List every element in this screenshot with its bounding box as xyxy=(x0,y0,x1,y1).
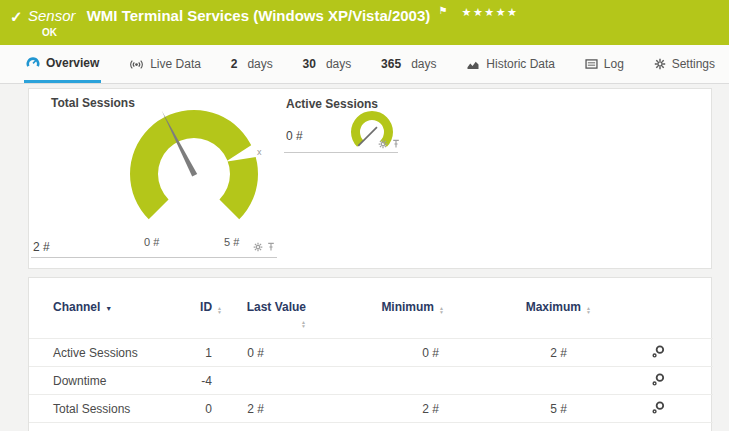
gauge-pin-icon[interactable] xyxy=(392,139,400,149)
tab-label: Live Data xyxy=(150,57,201,71)
sort-icon: ▲▼ xyxy=(439,306,444,314)
column-header-id[interactable]: ID▲▼ xyxy=(194,300,244,339)
tab-30-days[interactable]: 30days xyxy=(301,45,354,83)
gear-icon xyxy=(654,58,666,70)
gauge-marker-label: x xyxy=(257,147,262,157)
channel-maximum xyxy=(474,367,619,395)
sensor-title-line: Sensor WMI Terminal Services (Windows XP… xyxy=(28,7,518,24)
channel-last-value: 2 # xyxy=(244,395,334,423)
sort-desc-icon: ▼ xyxy=(105,305,112,312)
sensor-page: ✓ Sensor WMI Terminal Services (Windows … xyxy=(0,0,729,431)
sort-icon: ▲▼ xyxy=(217,306,222,314)
channel-name[interactable]: Active Sessions xyxy=(29,339,194,367)
table-row: Active Sessions 1 0 # 0 # 2 # xyxy=(29,339,713,367)
column-header-last-value[interactable]: Last Value▲▼ xyxy=(244,300,334,339)
gauge-pin-icon[interactable] xyxy=(267,242,275,252)
sort-icon: ▲▼ xyxy=(301,320,306,328)
gauge-needle xyxy=(358,127,377,146)
channel-table-panel: Channel▼ ID▲▼ Last Value▲▼ Minimum▲▼ Max… xyxy=(28,277,712,431)
gauge-settings-gear-icon[interactable] xyxy=(378,139,388,149)
ok-check-icon: ✓ xyxy=(10,8,23,26)
channel-id: 1 xyxy=(194,339,244,367)
channel-minimum: 0 # xyxy=(334,339,474,367)
gauges-panel: Total Sessions x 0 # 5 # 2 # Active Sess… xyxy=(28,88,712,269)
tab-log[interactable]: Log xyxy=(583,45,626,83)
gauge-settings-gear-icon[interactable] xyxy=(253,242,263,252)
channel-maximum: 5 # xyxy=(474,395,619,423)
tab-label: Overview xyxy=(46,56,99,70)
table-header-row: Channel▼ ID▲▼ Last Value▲▼ Minimum▲▼ Max… xyxy=(29,300,713,339)
tab-settings[interactable]: Settings xyxy=(652,45,717,83)
gauge-underline xyxy=(31,257,277,258)
table-row: Downtime -4 xyxy=(29,367,713,395)
page-title: WMI Terminal Services (Windows XP/Vista/… xyxy=(87,7,431,24)
tab-label: Settings xyxy=(672,57,715,71)
column-header-minimum[interactable]: Minimum▲▼ xyxy=(334,300,474,339)
tab-label: days xyxy=(247,57,272,71)
tab-historic-data[interactable]: Historic Data xyxy=(464,45,557,83)
channel-maximum: 2 # xyxy=(474,339,619,367)
column-header-maximum[interactable]: Maximum▲▼ xyxy=(474,300,619,339)
channel-settings-icon[interactable] xyxy=(651,372,666,390)
channel-settings-icon[interactable] xyxy=(651,400,666,418)
status-badge: OK xyxy=(42,27,57,38)
tab-2-days[interactable]: 2days xyxy=(229,45,275,83)
channel-name[interactable]: Downtime xyxy=(29,367,194,395)
gauge-icon xyxy=(26,56,40,69)
log-icon xyxy=(585,59,598,69)
area-chart-icon xyxy=(466,59,480,70)
table-row: Total Sessions 0 2 # 2 # 5 # xyxy=(29,395,713,423)
tab-number: 365 xyxy=(381,57,401,71)
channel-last-value xyxy=(244,367,334,395)
tab-label: Historic Data xyxy=(486,57,555,71)
channel-minimum: 2 # xyxy=(334,395,474,423)
gauge-underline xyxy=(284,152,398,153)
live-icon xyxy=(129,59,144,70)
tab-label: days xyxy=(326,57,351,71)
tab-number: 2 xyxy=(231,57,238,71)
column-header-actions xyxy=(619,300,713,339)
sensor-kind-label: Sensor xyxy=(28,7,76,24)
sort-icon: ▲▼ xyxy=(586,306,591,314)
priority-stars[interactable]: ★★★★★ xyxy=(462,6,519,18)
tab-overview[interactable]: Overview xyxy=(24,45,101,83)
active-sessions-value: 0 # xyxy=(286,129,303,143)
tab-number: 30 xyxy=(303,57,316,71)
total-sessions-gauge[interactable] xyxy=(119,99,269,249)
tab-365-days[interactable]: 365days xyxy=(379,45,438,83)
tab-bar: Overview Live Data 2days 30days 365days … xyxy=(0,45,729,84)
channel-table: Channel▼ ID▲▼ Last Value▲▼ Minimum▲▼ Max… xyxy=(29,300,713,423)
channel-minimum xyxy=(334,367,474,395)
tab-label: days xyxy=(411,57,436,71)
priority-flag-icon[interactable]: ⚑ xyxy=(438,5,447,16)
channel-id: -4 xyxy=(194,367,244,395)
channel-last-value: 0 # xyxy=(244,339,334,367)
channel-settings-icon[interactable] xyxy=(651,344,666,362)
channel-name[interactable]: Total Sessions xyxy=(29,395,194,423)
gauge-min-label: 0 # xyxy=(144,236,159,248)
column-header-channel[interactable]: Channel▼ xyxy=(29,300,194,339)
tab-label: Log xyxy=(604,57,624,71)
channel-id: 0 xyxy=(194,395,244,423)
tab-live-data[interactable]: Live Data xyxy=(127,45,203,83)
sensor-header: ✓ Sensor WMI Terminal Services (Windows … xyxy=(0,0,729,45)
gauge-max-label: 5 # xyxy=(224,236,239,248)
total-sessions-value: 2 # xyxy=(33,240,50,254)
